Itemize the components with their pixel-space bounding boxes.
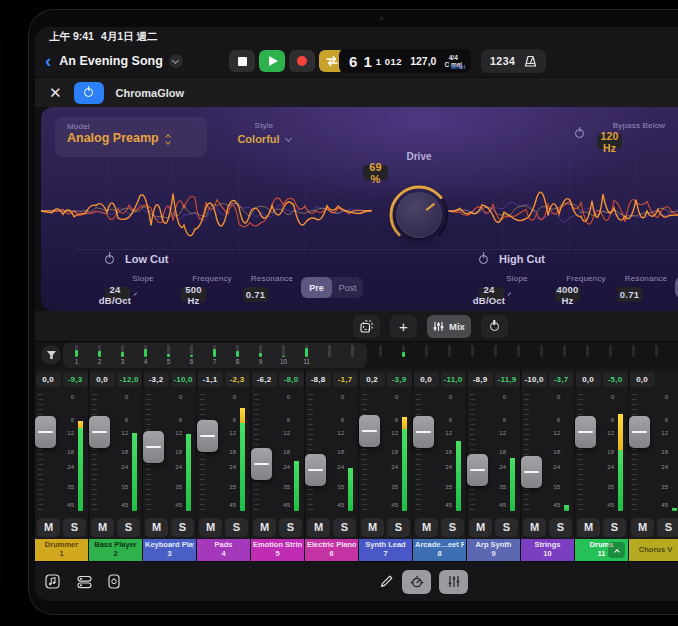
overview-track-3[interactable]: 3 [111,345,134,368]
solo-button[interactable]: S [495,518,518,537]
count-in-button[interactable]: 1234 [490,55,515,67]
fader-value[interactable]: -10,0 [522,372,547,387]
track-nameplate[interactable]: Drums 11 [575,539,628,561]
fader-handle[interactable] [197,420,218,452]
overview-track-11[interactable]: 11 [295,345,318,368]
overview-viewport[interactable]: 1234567891011 [63,343,367,368]
mute-button[interactable]: M [631,518,654,537]
back-icon[interactable]: ‹ [45,51,51,70]
bypass-power-icon[interactable] [575,129,584,138]
plugin-power-button[interactable] [74,82,104,104]
pre-button[interactable]: Pre [301,277,332,298]
overview-track-10[interactable]: 10 [272,345,295,368]
fader-value[interactable]: -3,2 [144,372,169,387]
loop-browser-icon[interactable] [45,574,62,589]
overview-track[interactable] [341,345,364,368]
solo-button[interactable]: S [603,518,626,537]
style-selector[interactable]: Style Colorful [219,121,309,145]
collapse-strip-button[interactable] [608,542,625,558]
metronome-icon[interactable] [524,55,537,68]
overview-track-5[interactable]: 5 [157,345,180,368]
solo-button[interactable]: S [333,518,356,537]
fader-handle[interactable] [251,448,272,480]
fader-value[interactable]: -8,9 [468,372,493,387]
overview-track[interactable] [645,345,668,357]
track-nameplate[interactable]: Bass Player 2 [89,539,142,561]
overview-track[interactable] [507,345,530,357]
fader-handle[interactable] [143,431,164,463]
low-cut-power-icon[interactable] [105,255,114,264]
high-cut-frequency[interactable]: Frequency 4000 Hz [555,274,617,302]
mute-button[interactable]: M [307,518,330,537]
stop-button[interactable] [229,50,255,72]
model-selector[interactable]: Model Analog Preamp [55,117,207,157]
fader-value[interactable]: -8,8 [306,372,331,387]
solo-button[interactable]: S [387,518,410,537]
fader-handle[interactable] [359,415,380,447]
fader-handle[interactable] [629,416,650,448]
overview-track[interactable] [318,345,341,368]
solo-button[interactable]: S [657,518,678,537]
overview-track[interactable] [599,345,622,357]
mute-button[interactable]: M [469,518,492,537]
high-cut-resonance[interactable]: Resonance 0.71 [617,274,675,302]
fader-handle[interactable] [305,454,326,486]
mute-button[interactable]: M [91,518,114,537]
song-menu-button[interactable] [169,54,183,68]
overview-track-2[interactable]: 2 [88,345,111,368]
overview-track[interactable] [369,345,392,357]
fader-value[interactable]: 0,0 [630,372,655,387]
track-nameplate[interactable]: Emotion Strings 5 [251,539,304,561]
mix-mode-button[interactable]: Mix [427,315,471,338]
track-nameplate[interactable]: Synth Lead 7 [359,539,412,561]
lcd-display[interactable]: 6 1 1 012 127,0 4/4 C maj MIDI [339,49,471,73]
fader-value[interactable]: 0,0 [36,372,61,387]
mute-button[interactable]: M [361,518,384,537]
overview-track-1[interactable]: 1 [65,345,88,368]
solo-button[interactable]: S [171,518,194,537]
solo-button[interactable]: S [279,518,302,537]
overview-offscreen-tracks[interactable] [369,345,678,357]
overview-track[interactable] [668,345,678,357]
drive-knob[interactable] [389,185,449,245]
mute-button[interactable]: M [145,518,168,537]
track-nameplate[interactable]: Keyboard Player 3 [143,539,196,561]
fader-handle[interactable] [413,416,434,448]
fader-value[interactable]: 0,0 [414,372,439,387]
pencil-icon[interactable] [379,574,394,589]
mute-button[interactable]: M [523,518,546,537]
add-track-button[interactable]: + [390,315,417,338]
mute-button[interactable]: M [577,518,600,537]
solo-button[interactable]: S [63,518,86,537]
fader-value[interactable]: -6,2 [252,372,277,387]
post-button[interactable]: Post [332,277,363,298]
track-nameplate[interactable]: Arp Synth 9 [467,539,520,561]
track-nameplate[interactable]: Drummer 1 [35,539,88,561]
mixer-power-button[interactable] [481,315,508,338]
duplicate-button[interactable] [353,315,380,338]
overview-track[interactable] [484,345,507,357]
fader-value[interactable]: 0,2 [360,372,385,387]
mute-button[interactable]: M [253,518,276,537]
overview-track-7[interactable]: 7 [203,345,226,368]
mixer-view-button[interactable] [439,570,468,594]
overview-track[interactable] [461,345,484,357]
close-icon[interactable]: ✕ [49,85,62,100]
fader-handle[interactable] [467,454,488,486]
fader-value[interactable]: 0,0 [90,372,115,387]
overview-track[interactable] [438,345,461,357]
smart-controls-button[interactable] [402,570,431,594]
overview-track-6[interactable]: 6 [180,345,203,368]
track-nameplate[interactable]: Arcade…eet Pad 8 [413,539,466,561]
overview-track-4[interactable]: 4 [134,345,157,368]
mute-button[interactable]: M [415,518,438,537]
fader-handle[interactable] [35,416,56,448]
overview-track-8[interactable]: 8 [226,345,249,368]
solo-button[interactable]: S [549,518,572,537]
high-cut-power-icon[interactable] [479,255,488,264]
fader-value[interactable]: -1,1 [198,372,223,387]
solo-button[interactable]: S [441,518,464,537]
track-filter-button[interactable] [41,345,61,365]
fader-handle[interactable] [521,456,542,488]
low-cut-frequency[interactable]: Frequency 500 Hz [181,274,243,302]
